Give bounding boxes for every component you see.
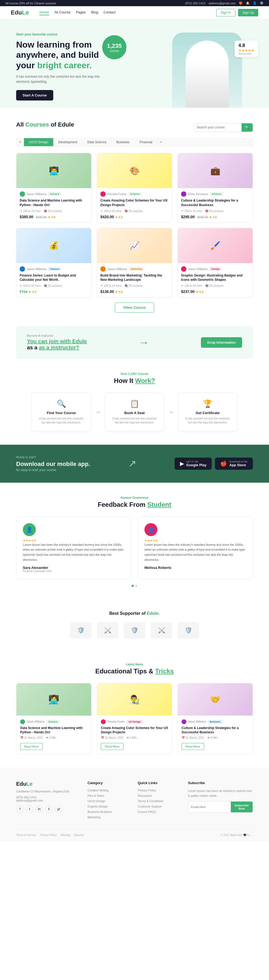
course-title-5: Build Brand into Marketing: Tackling the…	[100, 273, 169, 282]
nav-all-course[interactable]: All Course	[54, 10, 70, 15]
quick-link-4[interactable]: Customer Support	[138, 805, 180, 808]
news-title-1: Data Science and Machine Learning with P…	[20, 726, 87, 735]
filter-business[interactable]: Business	[112, 138, 135, 146]
dot-2[interactable]	[135, 585, 138, 587]
how-step-3-desc: It has survived not only five centuries …	[184, 417, 232, 425]
subscribe-button[interactable]: Subscribe Now	[231, 802, 253, 812]
facebook-icon[interactable]: f	[16, 805, 24, 813]
testimonial-avatar-2: 👤	[144, 523, 157, 536]
testimonial-card-1: 👤 ★★★★★ Lorem Ipsum has been the industr…	[16, 517, 131, 579]
nav-blog[interactable]: Blog	[91, 10, 98, 15]
dot-1[interactable]	[131, 585, 134, 587]
instructor-label: Become A Instructor	[27, 334, 87, 337]
news-card-2: 👨‍🎨 Pamela Foster UX Design Create Amazi…	[97, 683, 172, 754]
top-bar: All course 20% off for Cleaner purpose (…	[0, 0, 269, 6]
supporters-title: Best Supporter of Edule.	[16, 611, 253, 616]
other-course-button[interactable]: Other Course	[115, 302, 154, 312]
hero-section: Start your favourite course Now learning…	[0, 19, 269, 108]
how-arrow-1: →	[95, 409, 101, 415]
youtube-icon[interactable]: yt	[55, 805, 62, 813]
category-item-5[interactable]: Business Analytics	[87, 810, 130, 813]
testimonial-text-2: Lorem Ipsum has been the industry's stan…	[144, 542, 246, 562]
news-section: Latest News Educational Tips & Tricks 👩‍…	[0, 649, 269, 768]
course-card-5[interactable]: 📈 Jason Williams Marketing Build Brand i…	[97, 228, 172, 298]
category-item-4[interactable]: Graphic Design	[87, 805, 130, 808]
hero-rating: 4.8 ★★★★★ Rating 2900	[235, 41, 258, 57]
how-it-works-section: Over 1,235+ Course How It Work? 🔍 Find Y…	[0, 359, 269, 445]
news-card-1: 👩‍💻 Jason Williams Science Data Science …	[16, 683, 91, 754]
quick-link-5[interactable]: Course FAQ's	[138, 810, 180, 813]
logo: EduLe	[11, 9, 29, 16]
filter-dev[interactable]: Development	[53, 138, 83, 146]
search-input[interactable]	[194, 124, 242, 131]
apple-icon: 🍎	[220, 460, 227, 467]
quick-link-3[interactable]: Terms & Conditions	[138, 799, 180, 803]
signup-button[interactable]: Sign Up	[238, 9, 258, 16]
sitemap-link[interactable]: Sitemap	[61, 834, 70, 837]
course-card-1[interactable]: 👨‍💻 Jason Williams Science Data Science …	[16, 153, 91, 223]
read-more-2[interactable]: Read More	[101, 743, 123, 750]
course-card-6[interactable]: 🖌️ Jason Williams Design Graphic Design:…	[178, 228, 253, 298]
courses-section: All Courses of Edule 🔍 < UI/UX Design De…	[0, 108, 269, 326]
security-link[interactable]: Security	[74, 834, 84, 837]
news-badge-1: Science	[46, 720, 60, 724]
footer-phone: (972) 262-1413	[16, 795, 79, 799]
category-item-1[interactable]: Creative Writing	[87, 789, 130, 792]
filter-financial[interactable]: Financial	[135, 138, 158, 146]
footer-subscribe: Subscribe Lorem Ipsum has been an indust…	[188, 781, 253, 821]
supporter-logo-5: 🛡️	[178, 622, 199, 638]
download-subtitle: for easy to start your course.	[16, 468, 90, 472]
courses-grid: 👨‍💻 Jason Williams Science Data Science …	[16, 153, 253, 297]
category-item-3[interactable]: UI/UX Design	[87, 799, 130, 803]
how-step-2-desc: It has survived not only five centuries …	[110, 417, 159, 425]
testimonial-text-1: Lorem Ipsum has been the industry's stan…	[23, 542, 125, 562]
search-button[interactable]: 🔍	[242, 123, 253, 132]
course-title-4: Finance Series: Learn to Budget and Calc…	[20, 273, 88, 282]
drop-info-button[interactable]: Drop Information	[201, 337, 242, 348]
twitter-icon[interactable]: t	[26, 805, 34, 813]
testimonials-section: Student Testimonial Feedback From Studen…	[0, 483, 269, 600]
download-title: Download our mobile app.	[16, 460, 90, 468]
linkedin-icon[interactable]: li	[45, 805, 53, 813]
gift-icon: 🎁	[239, 2, 243, 5]
footer-category-title: Category	[87, 781, 130, 785]
subscribe-email-input[interactable]	[188, 802, 231, 812]
instructor-title: You can join with Edule as a as a instru…	[27, 338, 87, 351]
course-card-2[interactable]: 🎨 Pamela Foster Science Create Amazing C…	[97, 153, 172, 223]
copyright: © 2021	[221, 834, 229, 837]
how-step-2-title: Book A Seat	[110, 411, 159, 415]
filter-ux[interactable]: UI/UX Design	[24, 138, 53, 146]
instructor-banner: Become A Instructor You can join with Ed…	[16, 326, 253, 359]
instagram-icon[interactable]: in	[35, 805, 43, 813]
footer: EduLe Caribbean Ct Waynesboro, Virginia …	[0, 767, 269, 842]
category-item-2[interactable]: Film & Video	[87, 794, 130, 797]
app-store-button[interactable]: 🍎 Download on the App Store	[215, 458, 253, 470]
phone-text: (972) 262-1413	[185, 2, 205, 5]
filter-next[interactable]: >	[158, 138, 165, 146]
nav-pages[interactable]: Pages	[76, 10, 86, 15]
quick-link-1[interactable]: Privacy Policy	[138, 789, 180, 792]
category-item-6[interactable]: Marketing	[87, 816, 130, 819]
how-step-1: 🔍 Find Your Course It has survived not o…	[32, 393, 91, 431]
start-course-button[interactable]: Start A Course	[16, 90, 53, 100]
quick-link-2[interactable]: Discussion	[138, 794, 180, 797]
filter-data[interactable]: Data Science	[82, 138, 111, 146]
google-play-button[interactable]: ▶ GET IT ON Google Play	[175, 458, 212, 470]
badge-3: Science	[210, 192, 223, 196]
filter-prev[interactable]: <	[16, 138, 24, 146]
testimonial-role-1: Finance Corporate USA	[23, 570, 125, 573]
signin-button[interactable]: Sign In	[216, 9, 235, 16]
terms-link[interactable]: Terms of Service	[16, 834, 36, 837]
course-card-4[interactable]: 💰 Jason Williams Finance Finance Series:…	[16, 228, 91, 298]
read-more-3[interactable]: Read More	[182, 743, 204, 750]
author-4: Jason Williams	[27, 267, 46, 270]
privacy-link[interactable]: Privacy Policy	[40, 834, 56, 837]
nav-contact[interactable]: Contact	[104, 10, 116, 15]
read-more-1[interactable]: Read More	[20, 743, 43, 750]
course-title-3: Culture & Leadership Strategies for a Su…	[181, 198, 249, 207]
news-card-3: 🤝 Jason Williams Business Culture & Lead…	[178, 683, 253, 754]
author-3: Rose Simmons	[188, 192, 208, 196]
nav-home[interactable]: Home	[40, 10, 49, 15]
course-card-3[interactable]: 💼 Rose Simmons Science Culture & Leaders…	[178, 153, 253, 223]
news-title: Educational Tips & Tricks	[16, 668, 253, 675]
